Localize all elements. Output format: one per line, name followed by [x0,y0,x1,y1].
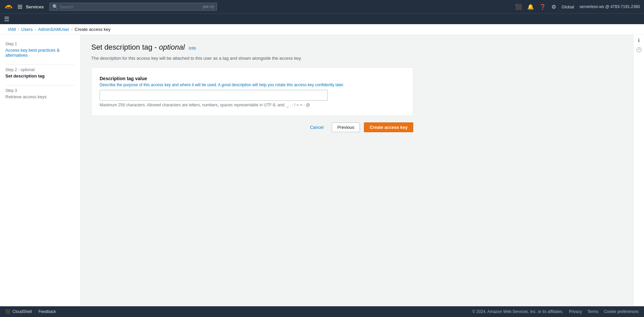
footer-right: © 2024, Amazon Web Services, Inc. or its… [472,309,639,314]
sidebar-step-2: Step 2 - optional Set description tag [5,67,75,78]
sidebar-step1-label: Step 1 [5,42,75,46]
menu-bar: ☰ [0,13,644,24]
field-label: Description tag value [100,76,405,81]
page-description: The description for this access key will… [91,56,623,61]
footer: ⬛ CloudShell | Feedback © 2024, Amazon W… [0,306,644,317]
info-link[interactable]: Info [189,46,196,51]
page-title-italic: optional [159,43,185,51]
cloudshell-icon: ⬛ [5,309,10,314]
cookie-preferences-link[interactable]: Cookie preferences [604,309,639,314]
aws-logo[interactable]: aws [4,4,13,10]
breadcrumb-sep3: › [71,27,72,32]
breadcrumb: IAM › Users › AdminSAMUser › Create acce… [0,24,644,35]
footer-divider: | [35,309,36,314]
search-input[interactable] [60,4,201,9]
description-tag-card: Description tag value Describe the purpo… [91,67,413,116]
search-icon: 🔍 [52,4,58,9]
breadcrumb-iam[interactable]: IAM [8,27,16,32]
description-tag-input[interactable] [100,90,328,101]
settings-icon[interactable]: ⚙ [551,4,556,10]
previous-button[interactable]: Previous [332,122,360,132]
right-sidebar: ℹ 🕐 [633,35,644,306]
footer-copyright: © 2024, Amazon Web Services, Inc. or its… [472,309,564,314]
breadcrumb-current: Create access key [75,27,111,32]
region-selector[interactable]: Global [561,4,574,9]
search-shortcut: [Alt+S] [203,5,214,9]
sidebar-divider-2 [5,85,75,86]
cancel-button[interactable]: Cancel [306,123,327,132]
sidebar-step2-title: Set description tag [5,73,75,78]
hamburger-menu-icon[interactable]: ☰ [4,15,9,23]
main-container: IAM › Users › AdminSAMUser › Create acce… [0,24,644,306]
nav-right-controls: ⬛ 🔔 ❓ ⚙ Global serverless-ws @ 4783-7191… [515,4,640,10]
privacy-link[interactable]: Privacy [569,309,582,314]
footer-left: ⬛ CloudShell | Feedback [5,309,56,314]
terms-link[interactable]: Terms [587,309,598,314]
sidebar: Step 1 Access key best practices & alter… [0,35,80,306]
sidebar-step3-label: Step 3 [5,88,75,93]
page-body: Step 1 Access key best practices & alter… [0,35,644,306]
terminal-icon[interactable]: ⬛ [515,4,522,10]
feedback-link[interactable]: Feedback [38,309,56,314]
action-bar: Cancel Previous Create access key [91,122,413,132]
breadcrumb-user[interactable]: AdminSAMUser [38,27,69,32]
info-circle-icon[interactable]: ℹ [638,38,640,43]
help-icon[interactable]: ❓ [539,4,546,10]
svg-text:aws: aws [5,6,8,8]
clock-icon[interactable]: 🕐 [636,47,642,52]
sidebar-step2-label: Step 2 - optional [5,67,75,72]
main-content: Set description tag - optional Info The … [80,35,633,306]
sidebar-step-1: Step 1 Access key best practices & alter… [5,42,75,58]
breadcrumb-sep2: › [35,27,36,32]
cloudshell-button[interactable]: ⬛ CloudShell [5,309,32,314]
apps-grid-icon[interactable]: ⊞ [17,3,22,10]
field-constraint: Maximum 256 characters. Allowed characte… [100,103,405,107]
breadcrumb-sep1: › [18,27,19,32]
field-hint: Describe the purpose of this access key … [100,83,405,87]
sidebar-divider-1 [5,64,75,65]
page-title: Set description tag - optional [91,43,185,52]
services-button[interactable]: Services [26,4,44,9]
bell-icon[interactable]: 🔔 [527,4,534,10]
page-title-prefix: Set description tag - [91,43,159,51]
sidebar-step3-title: Retrieve access keys [5,94,75,99]
sidebar-step1-title[interactable]: Access key best practices & alternatives [5,48,75,58]
search-bar[interactable]: 🔍 [Alt+S] [49,3,217,11]
breadcrumb-users[interactable]: Users [21,27,33,32]
cloudshell-label: CloudShell [12,309,32,314]
create-access-key-button[interactable]: Create access key [364,122,413,132]
account-menu[interactable]: serverless-ws @ 4783-7191-2360 [580,4,640,9]
top-navigation: aws ⊞ Services 🔍 [Alt+S] ⬛ 🔔 ❓ ⚙ Global … [0,0,644,13]
sidebar-step-3: Step 3 Retrieve access keys [5,88,75,99]
